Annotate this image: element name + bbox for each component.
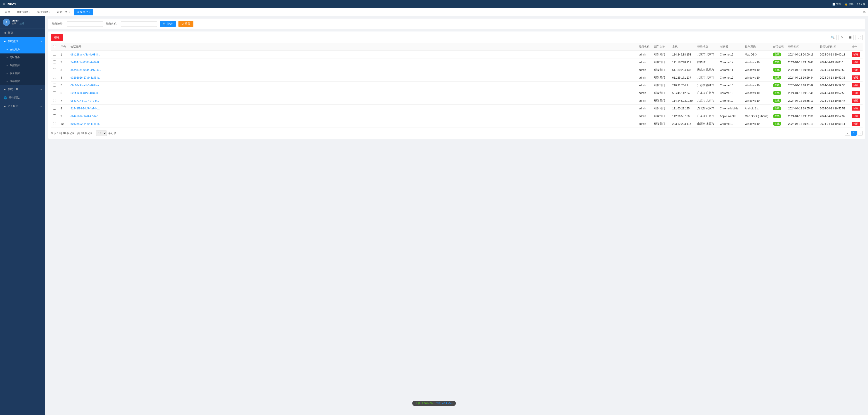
status-badge: 在线	[773, 122, 781, 126]
row-checkbox[interactable]	[53, 53, 56, 56]
sidebar-item-system-monitor[interactable]: ▶ 系统监控 ▾	[0, 37, 45, 45]
row-checkbox[interactable]	[53, 76, 56, 79]
fullscreen-link[interactable]: ⛶ 全屏	[857, 2, 865, 6]
search-toggle-button[interactable]: 🔍	[829, 35, 837, 40]
cell-user: admin	[637, 105, 652, 112]
sidebar-item-home[interactable]: ⊞ 首页	[0, 29, 45, 37]
reset-button[interactable]: ↺ 重置	[179, 21, 193, 27]
sidebar-item-online-users[interactable]: ● 在线用户	[0, 45, 45, 54]
row-checkbox[interactable]	[53, 61, 56, 63]
session-link[interactable]: db4a7bfb-0b20-472b-b...	[70, 115, 100, 118]
sidebar-item-data-monitor[interactable]: ○ 数据监控	[0, 61, 45, 69]
tabs-more-icon[interactable]: ≫	[863, 10, 866, 14]
logout-link[interactable]: 注销	[20, 22, 24, 25]
force-logout-row-button[interactable]: 强退	[852, 75, 860, 80]
sidebar-item-ruoyi-website[interactable]: 🌐 若依网站	[0, 94, 45, 102]
cell-status: 在线	[771, 74, 786, 81]
force-logout-row-button[interactable]: 强退	[852, 99, 860, 103]
row-checkbox[interactable]	[53, 114, 56, 117]
page-1-button[interactable]: 1	[851, 131, 857, 136]
tab-close-icon[interactable]: ×	[89, 11, 90, 13]
cell-ip: 58.245.112.24	[670, 89, 695, 97]
page-next-button[interactable]: ›	[858, 131, 863, 136]
table-row: 6 623f9b00-48ce-404c-b... admin 研发部门 58.…	[51, 89, 863, 97]
force-logout-row-button[interactable]: 强退	[852, 52, 860, 57]
status-badge: 在线	[773, 60, 781, 64]
table-row: 5 09c10a9b-a4b5-498b-a... admin 研发部门 218…	[51, 81, 863, 89]
refresh-button[interactable]: ↻	[839, 35, 845, 40]
session-link[interactable]: d8a118ac-cf8c-4e68-8...	[70, 53, 100, 56]
force-logout-row-button[interactable]: 强退	[852, 68, 860, 72]
force-logout-row-button[interactable]: 强退	[852, 83, 860, 88]
sidebar-item-interaction[interactable]: ▶ 交互展示 ▸	[0, 102, 45, 110]
search-button[interactable]: 🔍 搜索	[160, 21, 176, 27]
pagination-info: 显示 1 到 10 条记录，共 10 条记录 10 20 30 50 条记录	[51, 131, 116, 136]
cell-logintime: 2024-04-13 19:55:45	[786, 105, 818, 112]
force-logout-row-button[interactable]: 强退	[852, 106, 860, 110]
sidebar-item-system-tools[interactable]: ▶ 系统工具 ▸	[0, 85, 45, 94]
cell-user: admin	[637, 59, 652, 66]
th-status: 会话状态	[771, 43, 786, 51]
table-toolbar: 强退 🔍 ↻ ☰ ⛶	[51, 34, 863, 41]
cell-lasttime: 2024-04-13 20:00:15	[818, 59, 849, 66]
tab-home[interactable]: 首页	[2, 9, 13, 15]
cell-logintime: 2024-04-13 19:57:41	[786, 89, 818, 97]
tab-online-users[interactable]: 在线用户 ×	[74, 9, 93, 15]
cell-location: 北京市 北京市	[695, 51, 718, 59]
force-logout-row-button[interactable]: 强退	[852, 122, 860, 126]
page-size-select[interactable]: 10 20 30 50	[96, 131, 107, 136]
column-view-button[interactable]: ☰	[847, 35, 854, 40]
th-dept: 部门名称	[652, 43, 670, 51]
row-checkbox[interactable]	[53, 122, 56, 125]
docs-link[interactable]: 📄 文档	[832, 2, 841, 6]
cell-dept: 研发部门	[652, 66, 670, 74]
tab-user-mgmt[interactable]: 用户管理 ×	[14, 9, 33, 15]
fullscreen-table-button[interactable]: ⛶	[856, 35, 863, 40]
lock-link[interactable]: 🔒 锁屏	[845, 2, 854, 6]
tab-close-icon[interactable]: ×	[29, 11, 30, 13]
row-checkbox[interactable]	[53, 107, 56, 110]
sort-icon[interactable]: ↓	[837, 45, 839, 48]
tab-close-icon[interactable]: ×	[69, 11, 70, 13]
page-prev-button[interactable]: ‹	[845, 131, 850, 136]
session-link[interactable]: d5ca83e5-05dd-4c52-a...	[70, 68, 101, 72]
session-link[interactable]: 09c10a9b-a4b5-498b-a...	[70, 84, 101, 87]
row-checkbox[interactable]	[53, 68, 56, 71]
tab-close-icon[interactable]: ×	[49, 11, 50, 13]
cell-browser: Apple WebKit	[718, 112, 743, 120]
cell-no: 7	[58, 97, 68, 105]
sidebar-item-cache-monitor[interactable]: ○ 缓存监控	[0, 77, 45, 85]
cell-dept: 研发部门	[652, 74, 670, 81]
login-name-input[interactable]	[121, 21, 157, 27]
tab-scheduled-task[interactable]: 定时任务 ×	[54, 9, 73, 15]
login-addr-input[interactable]	[67, 21, 103, 27]
tab-position-mgmt[interactable]: 岗位管理 ×	[34, 9, 53, 15]
session-link[interactable]: 91441f84-34b5-4a74-b...	[70, 107, 100, 110]
cell-no: 1	[58, 51, 68, 59]
menu-toggle-button[interactable]: ≡	[3, 2, 5, 6]
force-logout-row-button[interactable]: 强退	[852, 91, 860, 95]
th-browser: 浏览器	[718, 43, 743, 51]
row-checkbox[interactable]	[53, 99, 56, 102]
session-link[interactable]: 2e40472c-0380-4a62-8...	[70, 61, 101, 64]
session-link[interactable]: b0436a92-44b9-41d8-b...	[70, 122, 101, 126]
row-checkbox[interactable]	[53, 91, 56, 94]
search-icon: 🔍	[163, 23, 166, 26]
sidebar-item-service-monitor[interactable]: ○ 服务监控	[0, 69, 45, 77]
session-link[interactable]: 623f9b00-48ce-404c-b...	[70, 92, 100, 95]
force-logout-row-button[interactable]: 强退	[852, 114, 860, 118]
row-checkbox-cell	[51, 74, 58, 81]
session-link[interactable]: d3293b26-27a9-4a45-b...	[70, 76, 101, 79]
cell-logintime: 2024-04-13 19:59:34	[786, 74, 818, 81]
cell-browser: Chrome 10	[718, 97, 743, 105]
row-checkbox[interactable]	[53, 83, 56, 87]
avatar: A	[3, 19, 10, 26]
dot-icon: ●	[6, 48, 8, 51]
select-all-checkbox[interactable]	[53, 45, 56, 48]
force-logout-row-button[interactable]: 强退	[852, 60, 860, 64]
force-logout-button[interactable]: 强退	[51, 34, 63, 41]
circle-icon3: ○	[6, 72, 8, 75]
session-link[interactable]: 9ff51717-6f1b-4a72-b...	[70, 99, 99, 102]
sidebar-item-scheduled-task[interactable]: ○ 定时任务	[0, 54, 45, 61]
th-checkbox	[51, 43, 58, 51]
